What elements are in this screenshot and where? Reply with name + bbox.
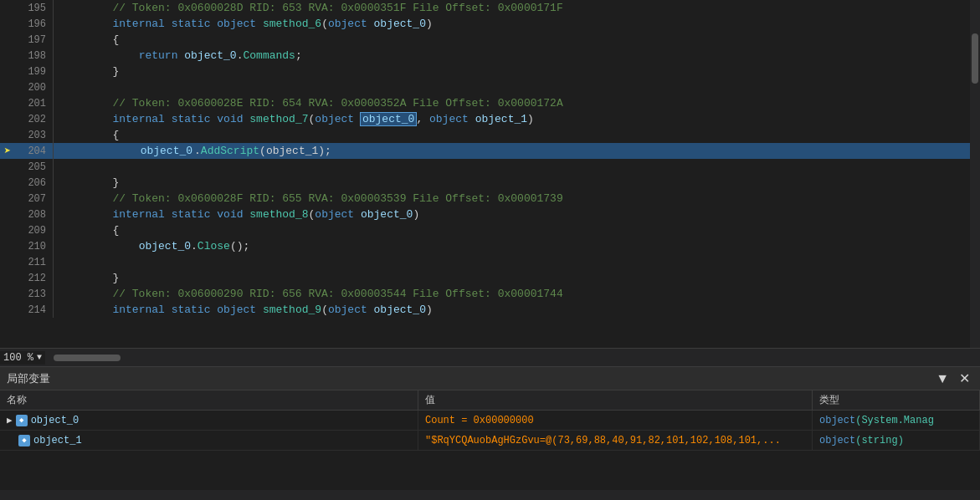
line-number-211: 211: [15, 257, 53, 268]
code-line-210[interactable]: 210 object_0.Close();: [0, 238, 970, 254]
line-number-195: 195: [15, 3, 53, 14]
token: object: [315, 113, 354, 125]
token: object: [217, 304, 256, 316]
zoom-dropdown-icon[interactable]: ▼: [37, 353, 42, 362]
token: [354, 113, 361, 125]
token: [60, 240, 139, 253]
token: object_0: [361, 208, 413, 221]
type-name-1: (string): [855, 435, 904, 446]
code-line-199[interactable]: 199 }: [0, 64, 970, 79]
code-lines: 195 // Token: 0x0600028D RID: 653 RVA: 0…: [0, 0, 970, 348]
line-content-195: // Token: 0x0600028D RID: 653 RVA: 0x000…: [60, 2, 970, 14]
token: smethod_6: [263, 18, 321, 30]
code-scroll-area[interactable]: 195 // Token: 0x0600028D RID: 653 RVA: 0…: [0, 0, 980, 348]
token: [256, 18, 263, 30]
code-line-195[interactable]: 195 // Token: 0x0600028D RID: 653 RVA: 0…: [0, 0, 970, 16]
code-line-198[interactable]: 198 return object_0.Commands;: [0, 48, 970, 64]
token: ): [426, 304, 433, 316]
line-separator-207: [53, 191, 54, 207]
token: [244, 113, 250, 125]
token: [165, 113, 172, 125]
line-separator-195: [53, 0, 54, 16]
token: (: [321, 18, 328, 30]
code-line-200[interactable]: 200: [0, 79, 970, 95]
token: // Token: 0x0600028F RID: 655 RVA: 0x000…: [60, 192, 563, 205]
token: internal: [112, 18, 164, 30]
locals-close-btn[interactable]: ✕: [956, 370, 973, 386]
line-content-209: {: [60, 224, 970, 237]
token: // Token: 0x0600028D RID: 653 RVA: 0x000…: [60, 2, 563, 14]
line-separator-210: [53, 238, 54, 254]
line-arrow-204: ➤: [0, 144, 15, 158]
type-kw-1: object: [819, 435, 855, 446]
token: void: [217, 113, 243, 125]
scrollbar-h-thumb[interactable]: [54, 355, 121, 361]
token: [165, 208, 172, 221]
token: (object_1);: [259, 145, 331, 157]
locals-controls: ▼ ✕: [932, 370, 973, 386]
token: .: [237, 49, 244, 62]
code-line-196[interactable]: 196 internal static object smethod_6(obj…: [0, 16, 970, 32]
code-line-212[interactable]: 212 }: [0, 270, 970, 286]
token: object_0: [184, 49, 236, 62]
code-line-202[interactable]: 202 internal static void smethod_7(objec…: [0, 111, 970, 127]
token: [256, 304, 263, 316]
token: [354, 208, 361, 221]
code-line-197[interactable]: 197 {: [0, 32, 970, 48]
token: static: [172, 208, 211, 221]
line-separator-196: [53, 16, 54, 32]
code-line-213[interactable]: 213 // Token: 0x06000290 RID: 656 RVA: 0…: [0, 286, 970, 302]
scrollbar-thumb[interactable]: [972, 33, 978, 84]
line-separator-197: [53, 32, 54, 48]
code-line-209[interactable]: 209 {: [0, 222, 970, 238]
token: [210, 113, 217, 125]
line-separator-211: [53, 254, 54, 270]
code-line-211[interactable]: 211: [0, 254, 970, 270]
zoom-control[interactable]: 100 % ▼: [0, 351, 45, 365]
locals-header: 局部变量 ▼ ✕: [0, 367, 980, 390]
token: [60, 113, 112, 125]
code-line-207[interactable]: 207 // Token: 0x0600028F RID: 655 RVA: 0…: [0, 191, 970, 207]
line-number-197: 197: [15, 34, 53, 46]
token: [367, 304, 374, 316]
token: [469, 113, 475, 125]
line-content-212: }: [60, 272, 970, 284]
line-number-204: 204: [15, 145, 53, 157]
code-line-208[interactable]: 208 internal static void smethod_8(objec…: [0, 207, 970, 222]
locals-row-1[interactable]: ◆object_1"$RqYCQAuobAgHGzGvu=@(73,69,88,…: [0, 431, 980, 451]
scrollbar-horizontal[interactable]: [45, 353, 980, 363]
line-number-203: 203: [15, 130, 53, 141]
token: [165, 304, 172, 316]
token: object: [217, 18, 256, 30]
code-line-201[interactable]: 201 // Token: 0x0600028E RID: 654 RVA: 0…: [0, 95, 970, 111]
col-header-type: 类型: [813, 390, 980, 410]
type-kw-0: object: [819, 415, 855, 426]
locals-title: 局部变量: [7, 371, 50, 386]
expand-icon-0[interactable]: ▶: [7, 415, 13, 426]
locals-cell-type-0: object (System.Manag: [813, 411, 980, 430]
token: ): [527, 113, 534, 125]
code-line-205[interactable]: 205: [0, 159, 970, 175]
code-line-203[interactable]: 203 {: [0, 127, 970, 143]
code-line-204[interactable]: ➤204 object_0.AddScript(object_1);: [0, 143, 970, 159]
line-content-201: // Token: 0x0600028E RID: 654 RVA: 0x000…: [60, 97, 970, 110]
col-header-name: 名称: [0, 390, 418, 410]
locals-table: 名称 值 类型 ▶◆object_0Count = 0x00000000obje…: [0, 390, 980, 490]
locals-dropdown-btn[interactable]: ▼: [932, 371, 952, 386]
code-line-214[interactable]: 214 internal static object smethod_9(obj…: [0, 302, 970, 318]
token: // Token: 0x0600028E RID: 654 RVA: 0x000…: [60, 97, 563, 110]
scrollbar-right[interactable]: [970, 0, 980, 348]
line-number-202: 202: [15, 114, 53, 125]
line-number-209: 209: [15, 225, 53, 237]
line-number-199: 199: [15, 66, 53, 78]
locals-row-0[interactable]: ▶◆object_0Count = 0x00000000object (Syst…: [0, 411, 980, 431]
line-number-210: 210: [15, 241, 53, 253]
token: Commands: [243, 49, 295, 62]
line-content-214: internal static object smethod_9(object …: [60, 304, 970, 316]
code-line-206[interactable]: 206 }: [0, 175, 970, 191]
locals-scrollbar-h[interactable]: [0, 490, 980, 500]
token: (: [321, 304, 328, 316]
token: ;: [295, 49, 302, 62]
token: [60, 145, 139, 157]
line-number-200: 200: [15, 82, 53, 94]
